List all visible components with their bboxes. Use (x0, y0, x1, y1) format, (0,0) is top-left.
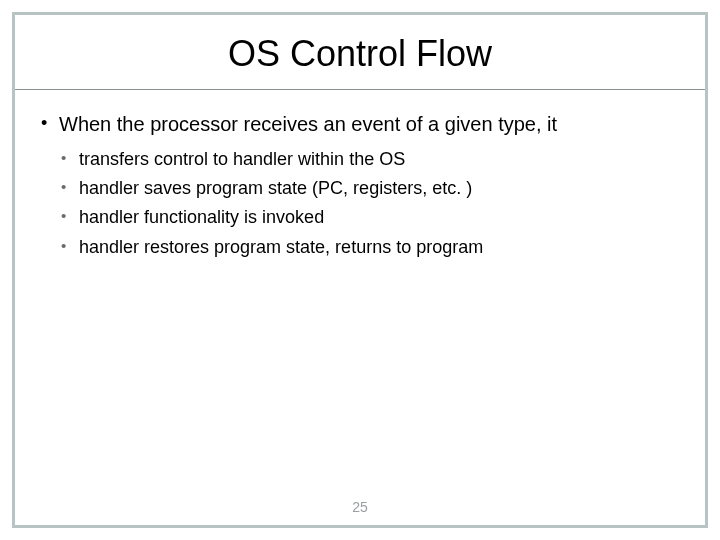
slide-frame: OS Control Flow When the processor recei… (12, 12, 708, 528)
list-item: handler functionality is invoked (59, 205, 693, 230)
title-divider (15, 89, 705, 90)
list-item: When the processor receives an event of … (37, 112, 693, 260)
slide: OS Control Flow When the processor recei… (0, 0, 720, 540)
page-number: 25 (15, 499, 705, 515)
bullet-list-level1: When the processor receives an event of … (37, 112, 693, 260)
bullet-list-level2: transfers control to handler within the … (59, 147, 693, 260)
list-item: handler saves program state (PC, registe… (59, 176, 693, 201)
list-item: transfers control to handler within the … (59, 147, 693, 172)
slide-title: OS Control Flow (15, 33, 705, 75)
bullet-text: When the processor receives an event of … (59, 113, 557, 135)
list-item: handler restores program state, returns … (59, 235, 693, 260)
slide-content: When the processor receives an event of … (15, 112, 705, 260)
